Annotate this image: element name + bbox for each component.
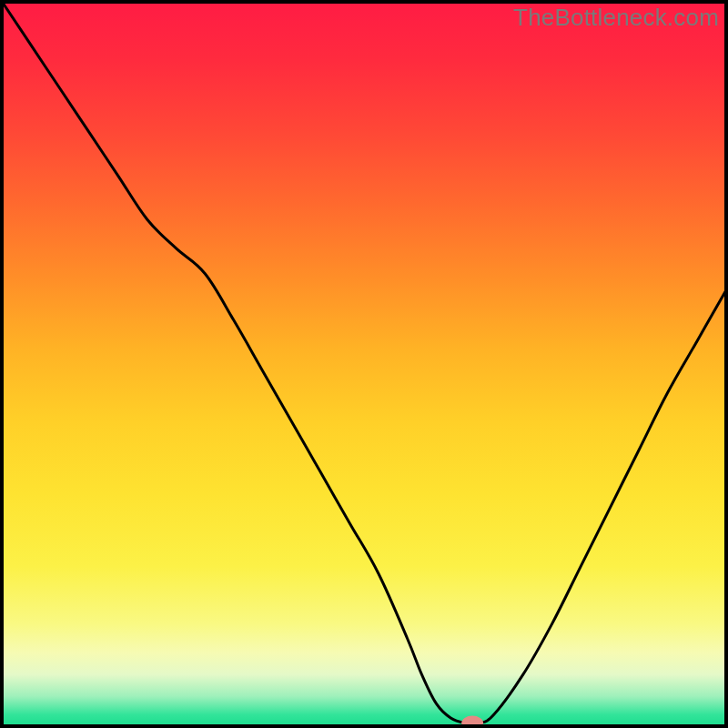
- chart-svg: [0, 0, 728, 728]
- watermark-text: TheBottleneck.com: [513, 4, 719, 32]
- chart-background: [3, 3, 725, 725]
- bottleneck-chart: TheBottleneck.com: [0, 0, 728, 728]
